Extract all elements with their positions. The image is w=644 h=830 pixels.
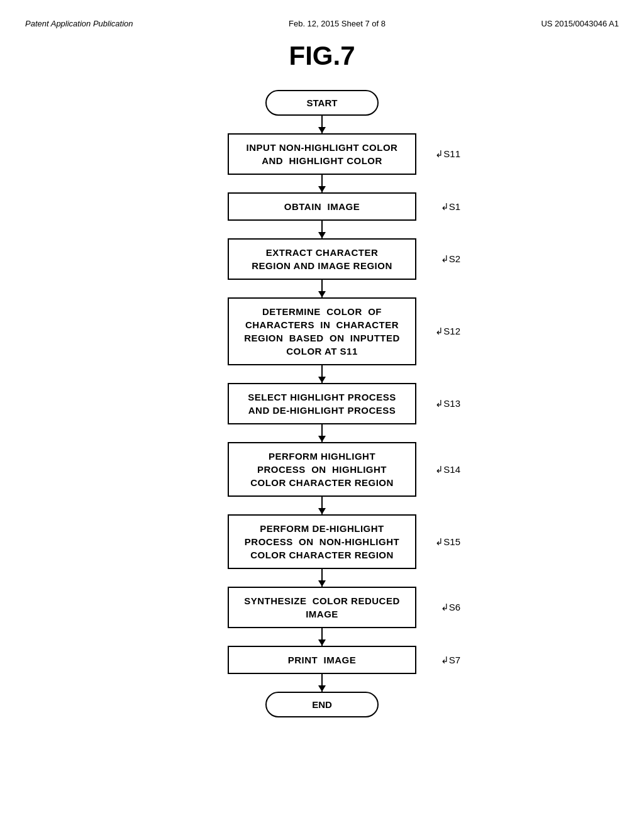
arrow-7 bbox=[321, 497, 323, 514]
arrow-2 bbox=[321, 175, 323, 192]
s13-box: SELECT HIGHLIGHT PROCESSAND DE-HIGHLIGHT… bbox=[228, 383, 416, 424]
arrow-1 bbox=[321, 116, 323, 133]
flowchart: START INPUT NON-HIGHLIGHT COLORAND HIGHL… bbox=[25, 90, 619, 717]
s2-box: EXTRACT CHARACTERREGION AND IMAGE REGION bbox=[228, 238, 416, 280]
s7-box: PRINT IMAGE bbox=[228, 646, 416, 674]
label-s2: ↲S2 bbox=[441, 253, 460, 265]
arrow-6 bbox=[321, 424, 323, 442]
node-s13: SELECT HIGHLIGHT PROCESSAND DE-HIGHLIGHT… bbox=[25, 383, 619, 424]
node-s12: DETERMINE COLOR OFCHARACTERS IN CHARACTE… bbox=[25, 297, 619, 365]
node-s7: PRINT IMAGE ↲S7 bbox=[25, 646, 619, 674]
header-center: Feb. 12, 2015 Sheet 7 of 8 bbox=[289, 19, 386, 28]
node-s14: PERFORM HIGHLIGHTPROCESS ON HIGHLIGHTCOL… bbox=[25, 442, 619, 497]
label-s11: ↲S11 bbox=[435, 148, 460, 160]
s14-box: PERFORM HIGHLIGHTPROCESS ON HIGHLIGHTCOL… bbox=[228, 442, 416, 497]
label-s12: ↲S12 bbox=[435, 326, 460, 337]
node-end: END bbox=[25, 692, 619, 717]
label-s14: ↲S14 bbox=[435, 464, 460, 475]
node-s2: EXTRACT CHARACTERREGION AND IMAGE REGION… bbox=[25, 238, 619, 280]
label-s7: ↲S7 bbox=[441, 655, 460, 666]
s1-box: OBTAIN IMAGE bbox=[228, 192, 416, 221]
start-oval: START bbox=[265, 90, 379, 116]
header-right: US 2015/0043046 A1 bbox=[541, 19, 619, 28]
node-start: START bbox=[25, 90, 619, 116]
s6-box: SYNTHESIZE COLOR REDUCEDIMAGE bbox=[228, 587, 416, 628]
end-oval: END bbox=[265, 692, 379, 717]
label-s1: ↲S1 bbox=[441, 201, 460, 213]
arrow-3 bbox=[321, 221, 323, 238]
arrow-9 bbox=[321, 628, 323, 646]
fig-title: FIG.7 bbox=[25, 41, 619, 71]
arrow-10 bbox=[321, 674, 323, 692]
page: Patent Application Publication Feb. 12, … bbox=[0, 0, 644, 830]
arrow-8 bbox=[321, 569, 323, 587]
label-s15: ↲S15 bbox=[435, 536, 460, 548]
s15-box: PERFORM DE-HIGHLIGHTPROCESS ON NON-HIGHL… bbox=[228, 514, 416, 569]
node-s1: OBTAIN IMAGE ↲S1 bbox=[25, 192, 619, 221]
header-left: Patent Application Publication bbox=[25, 19, 133, 28]
label-s6: ↲S6 bbox=[441, 602, 460, 613]
arrow-4 bbox=[321, 280, 323, 297]
s12-box: DETERMINE COLOR OFCHARACTERS IN CHARACTE… bbox=[228, 297, 416, 365]
arrow-5 bbox=[321, 365, 323, 383]
node-s15: PERFORM DE-HIGHLIGHTPROCESS ON NON-HIGHL… bbox=[25, 514, 619, 569]
s11-box: INPUT NON-HIGHLIGHT COLORAND HIGHLIGHT C… bbox=[228, 133, 416, 175]
node-s6: SYNTHESIZE COLOR REDUCEDIMAGE ↲S6 bbox=[25, 587, 619, 628]
label-s13: ↲S13 bbox=[435, 398, 460, 409]
header: Patent Application Publication Feb. 12, … bbox=[25, 13, 619, 41]
node-s11: INPUT NON-HIGHLIGHT COLORAND HIGHLIGHT C… bbox=[25, 133, 619, 175]
